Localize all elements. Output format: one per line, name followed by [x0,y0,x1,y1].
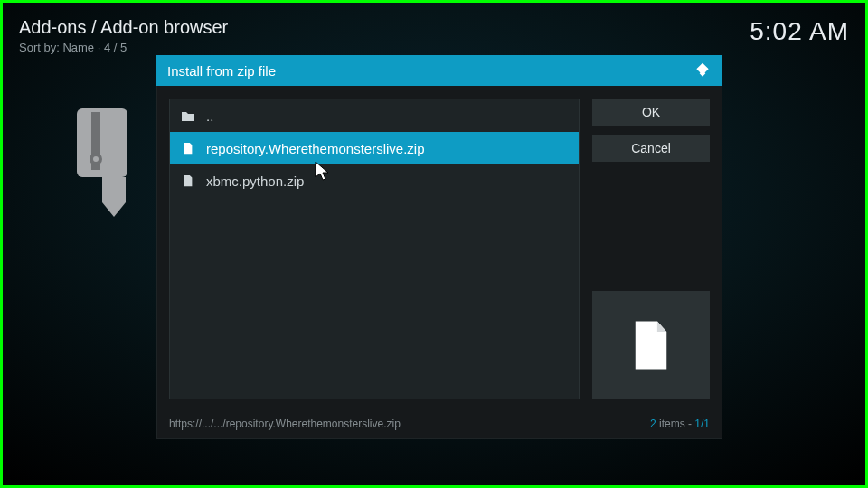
clock: 5:02 AM [750,17,849,46]
list-item-label: .. [206,108,213,124]
zip-file-row[interactable]: xbmc.python.zip [170,164,579,197]
parent-dir-row[interactable]: .. [170,99,579,132]
file-list[interactable]: .. repository.Wherethemonsterslive.zip x… [169,99,580,399]
ok-button[interactable]: OK [592,99,710,126]
install-from-zip-dialog: Install from zip file .. repository.Wher… [156,55,722,439]
footer-count: 2 items - 1/1 [650,418,710,430]
file-icon [181,141,195,155]
footer-path: https://.../.../repository.Wherethemonst… [169,418,401,430]
list-item-label: repository.Wherethemonsterslive.zip [206,141,424,156]
dialog-title: Install from zip file [167,63,276,79]
zip-install-icon [75,107,147,224]
dialog-titlebar: Install from zip file [156,55,722,86]
kodi-logo-icon [693,61,712,80]
cancel-button[interactable]: Cancel [592,135,710,162]
breadcrumb: Add-ons / Add-on browser [19,17,228,38]
file-preview [592,291,710,399]
zip-file-row[interactable]: repository.Wherethemonsterslive.zip [170,132,579,164]
svg-rect-0 [77,108,127,177]
list-item-label: xbmc.python.zip [206,174,304,189]
sort-status: Sort by: Name · 4 / 5 [19,41,228,54]
file-icon [181,174,195,188]
folder-up-icon [181,108,195,123]
svg-point-3 [93,156,99,162]
